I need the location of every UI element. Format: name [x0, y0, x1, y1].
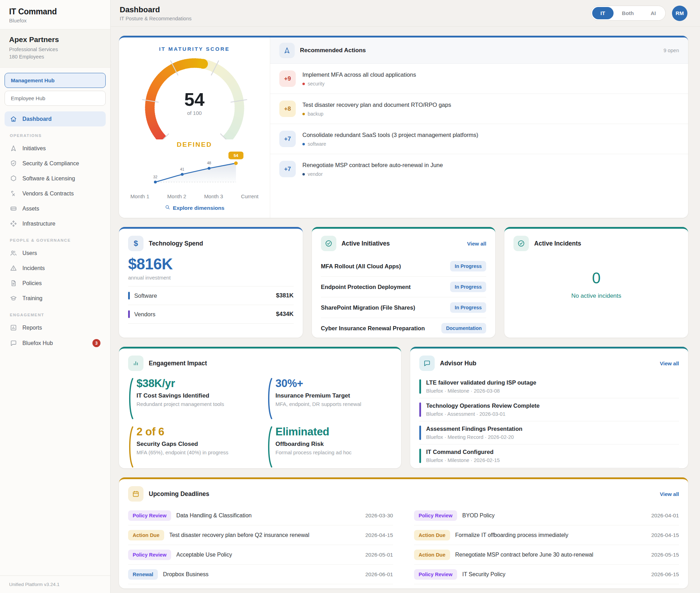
- stat-value: 2 of 6: [136, 426, 229, 438]
- sidebar-item-infrastructure[interactable]: Infrastructure: [5, 216, 106, 231]
- sidebar-item-reports[interactable]: Reports: [5, 320, 106, 335]
- advisor-item[interactable]: Technology Operations Review Complete Bl…: [419, 398, 679, 421]
- message-square-icon: [419, 356, 435, 371]
- sidebar-item-label: Initiatives: [22, 145, 46, 152]
- sidebar-item-training[interactable]: Training: [5, 291, 106, 306]
- initiative-row[interactable]: MFA Rollout (All Cloud Apps) In Progress: [321, 256, 486, 277]
- deadlines-column: Policy Review BYOD Policy 2026-04-01 Act…: [414, 506, 679, 584]
- deadline-type-badge: Renewal: [128, 569, 158, 580]
- sidebar-item-label: Training: [22, 295, 42, 302]
- action-score-badge: +9: [279, 70, 296, 87]
- deadline-row[interactable]: Policy Review Data Handling & Classifica…: [128, 506, 393, 525]
- action-item[interactable]: +7 Consolidate redundant SaaS tools (3 p…: [270, 124, 688, 154]
- navigation-icon: [279, 43, 295, 58]
- advisor-item-meta: Bluefox · Milestone · 2026-02-15: [426, 457, 500, 463]
- engagement-impact-title: Engagement Impact: [149, 360, 207, 367]
- explore-dimensions-link[interactable]: Explore dimensions: [164, 204, 224, 212]
- sidebar-item-policies[interactable]: Policies: [5, 276, 106, 291]
- deadline-title: IT Security Policy: [462, 571, 505, 578]
- deadline-date: 2026-06-15: [646, 571, 679, 578]
- incident-caption: No active incidents: [504, 292, 688, 299]
- upcoming-deadlines-title: Upcoming Deadlines: [149, 490, 209, 498]
- stat-label: Insurance Premium Target: [275, 392, 361, 399]
- toggle-option-both[interactable]: Both: [614, 7, 642, 19]
- deadline-title: Formalize IT offboarding process immedia…: [455, 532, 568, 538]
- action-score-badge: +8: [279, 101, 296, 117]
- dollar-icon: $: [128, 236, 144, 251]
- file-text-icon: [10, 280, 17, 287]
- app-logo-block: IT Command Bluefox: [0, 0, 110, 29]
- advisor-view-all-link[interactable]: View all: [660, 360, 679, 366]
- deadline-title: BYOD Policy: [462, 512, 495, 519]
- recommended-actions-panel: Recommended Actions 9 open +9 Implement …: [270, 37, 688, 218]
- trend-month-label: Month 1: [131, 193, 149, 199]
- deadline-title: Acceptable Use Policy: [176, 552, 232, 558]
- recommended-actions-header: Recommended Actions 9 open: [270, 37, 688, 64]
- spend-total: $816K: [128, 255, 294, 273]
- spend-label: Vendors: [134, 311, 156, 318]
- deadlines-view-all-link[interactable]: View all: [660, 491, 679, 497]
- action-item[interactable]: +7 Renegotiate MSP contract before auto-…: [270, 154, 688, 184]
- initiatives-view-all-link[interactable]: View all: [467, 241, 486, 247]
- action-item[interactable]: +8 Test disaster recovery plan and docum…: [270, 94, 688, 124]
- sidebar-item-software-licensing[interactable]: Software & Licensing: [5, 171, 106, 186]
- svg-text:54: 54: [233, 153, 238, 158]
- deadline-type-badge: Action Due: [414, 550, 450, 560]
- initiative-row[interactable]: Cyber Insurance Renewal Preparation Docu…: [321, 318, 486, 339]
- deadline-row[interactable]: Policy Review BYOD Policy 2026-04-01: [414, 506, 679, 525]
- explore-dimensions-label: Explore dimensions: [173, 205, 224, 211]
- sidebar-item-initiatives[interactable]: Initiatives: [5, 141, 106, 156]
- deadline-type-badge: Action Due: [128, 530, 164, 540]
- dashboard-content: IT MATURITY SCORE 54 of 100 DEFINED 3241…: [111, 27, 700, 593]
- toggle-option-it[interactable]: IT: [592, 7, 614, 19]
- advisor-item[interactable]: IT Command Configured Bluefox · Mileston…: [419, 444, 679, 468]
- org-meta: Professional Services 180 Employees: [9, 46, 101, 61]
- sidebar-item-dashboard[interactable]: Dashboard: [5, 111, 106, 126]
- navigation-icon: [10, 145, 17, 152]
- stat-desc: MFA (65%), endpoint (40%) in progress: [136, 449, 229, 455]
- action-title: Test disaster recovery plan and document…: [302, 101, 451, 108]
- advisor-item[interactable]: Assessment Findings Presentation Bluefox…: [419, 421, 679, 444]
- avatar[interactable]: RM: [672, 6, 687, 21]
- sidebar-item-users[interactable]: Users: [5, 246, 106, 261]
- deadline-type-badge: Policy Review: [414, 510, 457, 521]
- main-area: Dashboard IT Posture & Recommendations I…: [111, 0, 700, 593]
- hub-button-management-hub[interactable]: Management Hub: [5, 73, 106, 88]
- sidebar-item-bluefox-hub[interactable]: Bluefox Hub3: [5, 335, 106, 351]
- toggle-option-ai[interactable]: AI: [642, 7, 664, 19]
- bracket-icon: [128, 426, 133, 468]
- sidebar-item-security-compliance[interactable]: Security & Compliance: [5, 156, 106, 171]
- hub-button-employee-hub[interactable]: Employee Hub: [5, 91, 106, 106]
- action-tag: security: [302, 81, 416, 87]
- deadline-row[interactable]: Renewal Dropbox Business 2026-06-01: [128, 565, 393, 584]
- category-bar-icon: [128, 292, 130, 299]
- sidebar-item-vendors-contracts[interactable]: Vendors & Contracts: [5, 186, 106, 201]
- deadline-title: Data Handling & Classification: [176, 512, 252, 519]
- deadline-row[interactable]: Policy Review Acceptable Use Policy 2026…: [128, 545, 393, 565]
- nav-badge: 3: [92, 339, 100, 347]
- stat-value: $38K/yr: [136, 377, 224, 390]
- maturity-level-label: DEFINED: [177, 141, 212, 149]
- sidebar-item-incidents[interactable]: Incidents: [5, 261, 106, 276]
- hexagon-icon: [10, 175, 17, 182]
- deadline-row[interactable]: Action Due Test disaster recovery plan b…: [128, 525, 393, 545]
- initiative-title: SharePoint Migration (File Shares): [321, 304, 415, 311]
- accent-bar-icon: [419, 426, 421, 440]
- engagement-stat-security-gaps-closed: 2 of 6 Security Gaps Closed MFA (65%), e…: [128, 426, 253, 468]
- initiative-row[interactable]: Endpoint Protection Deployment In Progre…: [321, 277, 486, 297]
- tag-dot-icon: [302, 143, 305, 145]
- engagement-stat-insurance-premium-target: 30%+ Insurance Premium Target MFA, endpo…: [267, 377, 392, 420]
- deadline-row[interactable]: Action Due Renegotiate MSP contract befo…: [414, 545, 679, 565]
- deadline-row[interactable]: Policy Review IT Security Policy 2026-06…: [414, 565, 679, 584]
- engagement-impact-header: Engagement Impact: [119, 349, 401, 374]
- sidebar-item-assets[interactable]: Assets: [5, 201, 106, 216]
- action-item[interactable]: +9 Implement MFA across all cloud applic…: [270, 64, 688, 94]
- action-score-badge: +7: [279, 161, 296, 177]
- calendar-icon: [128, 486, 144, 502]
- deadline-row[interactable]: Action Due Formalize IT offboarding proc…: [414, 525, 679, 545]
- action-content: Implement MFA across all cloud applicati…: [302, 70, 416, 87]
- advisor-item[interactable]: LTE failover validated during ISP outage…: [419, 375, 679, 398]
- stat-desc: Formal process replacing ad hoc: [275, 449, 352, 455]
- initiative-row[interactable]: SharePoint Migration (File Shares) In Pr…: [321, 297, 486, 318]
- category-bar-icon: [128, 310, 130, 318]
